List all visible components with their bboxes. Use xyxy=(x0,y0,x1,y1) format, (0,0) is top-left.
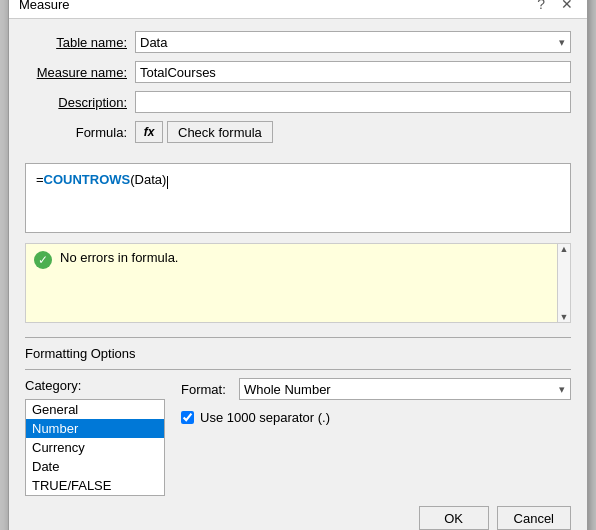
formula-args: (Data) xyxy=(130,172,166,187)
divider2 xyxy=(25,369,571,370)
dialog-footer: OK Cancel xyxy=(9,496,587,530)
measure-name-input[interactable] xyxy=(135,61,571,83)
error-row: ✓ No errors in formula. xyxy=(25,243,571,323)
format-select-wrapper: Whole Number Decimal Number Percentage xyxy=(239,378,571,400)
description-row: Description: xyxy=(25,91,571,113)
description-input[interactable] xyxy=(135,91,571,113)
formula-equals: = xyxy=(36,172,44,187)
formula-display-box[interactable]: =COUNTROWS(Data) xyxy=(25,163,571,233)
formula-keyword: COUNTROWS xyxy=(44,172,131,187)
format-label: Format: xyxy=(181,382,231,397)
category-section: Category: General Number Currency Date T… xyxy=(25,378,165,496)
success-icon: ✓ xyxy=(34,251,52,269)
measure-name-label: Measure name: xyxy=(25,65,135,80)
category-list: General Number Currency Date TRUE/FALSE xyxy=(25,399,165,496)
check-formula-button[interactable]: Check formula xyxy=(167,121,273,143)
error-area-wrapper: ✓ No errors in formula. ▲ ▼ xyxy=(9,237,587,329)
divider xyxy=(25,337,571,338)
error-message: No errors in formula. xyxy=(60,250,554,265)
help-button[interactable]: ? xyxy=(533,0,549,12)
format-section: Format: Whole Number Decimal Number Perc… xyxy=(181,378,571,496)
separator-label: Use 1000 separator (.) xyxy=(200,410,330,425)
scroll-down-arrow[interactable]: ▼ xyxy=(560,312,569,322)
table-name-label: Table name: xyxy=(25,35,135,50)
category-currency[interactable]: Currency xyxy=(26,438,164,457)
cancel-button[interactable]: Cancel xyxy=(497,506,571,530)
category-label: Category: xyxy=(25,378,165,393)
title-bar: Measure ? ✕ xyxy=(9,0,587,19)
format-row: Format: Whole Number Decimal Number Perc… xyxy=(181,378,571,400)
cursor xyxy=(167,176,168,189)
category-truefalse[interactable]: TRUE/FALSE xyxy=(26,476,164,495)
fx-button[interactable]: fx xyxy=(135,121,163,143)
dialog-body: Table name: Data Measure name: Descripti… xyxy=(9,19,587,163)
ok-button[interactable]: OK xyxy=(419,506,489,530)
close-button[interactable]: ✕ xyxy=(557,0,577,12)
formatting-area: Category: General Number Currency Date T… xyxy=(9,378,587,496)
table-name-select-wrapper: Data xyxy=(135,31,571,53)
description-label: Description: xyxy=(25,95,135,110)
dialog-title: Measure xyxy=(19,0,70,12)
table-name-row: Table name: Data xyxy=(25,31,571,53)
separator-checkbox[interactable] xyxy=(181,411,194,424)
error-area-outer: ✓ No errors in formula. ▲ ▼ xyxy=(25,243,571,323)
table-name-select[interactable]: Data xyxy=(135,31,571,53)
scroll-up-arrow[interactable]: ▲ xyxy=(560,244,569,254)
formula-label: Formula: xyxy=(25,125,135,140)
measure-name-row: Measure name: xyxy=(25,61,571,83)
formula-button-row: Formula: fx Check formula xyxy=(25,121,571,143)
separator-row: Use 1000 separator (.) xyxy=(181,410,571,425)
measure-dialog: Measure ? ✕ Table name: Data Measure nam… xyxy=(8,0,588,530)
formula-editor-container: =COUNTROWS(Data) xyxy=(9,163,587,233)
formatting-section-title: Formatting Options xyxy=(25,346,571,361)
category-number[interactable]: Number xyxy=(26,419,164,438)
title-bar-controls: ? ✕ xyxy=(533,0,577,12)
category-date[interactable]: Date xyxy=(26,457,164,476)
category-general[interactable]: General xyxy=(26,400,164,419)
format-select[interactable]: Whole Number Decimal Number Percentage xyxy=(239,378,571,400)
error-scrollbar: ▲ ▼ xyxy=(557,243,571,323)
